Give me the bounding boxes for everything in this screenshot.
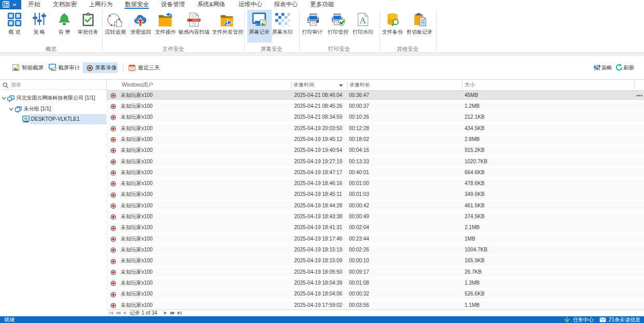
svg-text:A: A xyxy=(359,16,366,25)
svg-text:23: 23 xyxy=(130,67,134,71)
